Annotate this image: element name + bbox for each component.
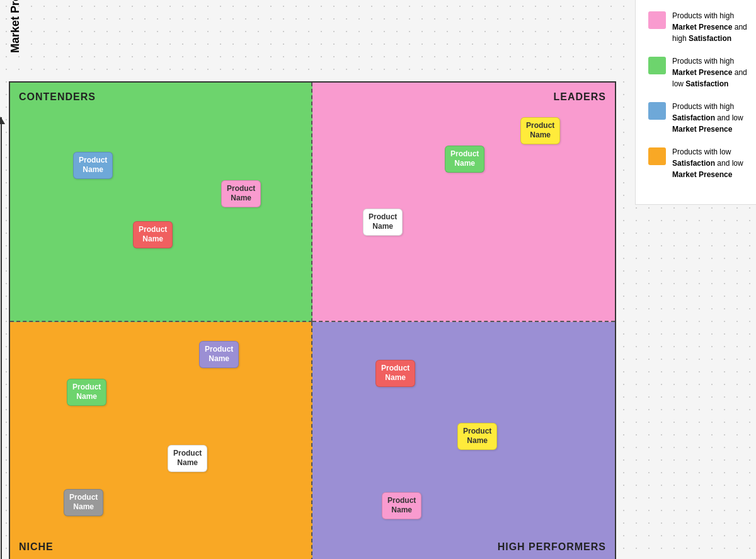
product-tag-p10[interactable]: ProductName (64, 489, 103, 516)
legend: LEGEND: Products with high Market Presen… (635, 0, 756, 205)
product-tag-p8[interactable]: ProductName (67, 379, 106, 406)
quadrant-niche: NICHE ProductName ProductName ProductNam… (10, 322, 312, 559)
product-tag-p2[interactable]: ProductName (133, 221, 173, 248)
legend-color-blue (648, 102, 666, 120)
y-axis-wrapper (0, 117, 9, 559)
legend-text-1: Products with high Market Presence and h… (672, 10, 748, 44)
contenders-label: CONTENDERS (19, 91, 96, 103)
legend-item-3: Products with high Satisfaction and low … (648, 101, 748, 135)
legend-color-green (648, 57, 666, 74)
legend-item-2: Products with high Market Presence and l… (648, 55, 748, 89)
y-axis-arrow (0, 117, 6, 559)
product-tag-p1[interactable]: ProductName (73, 152, 113, 179)
chart-container: Market Presence CONTENDERS ProductName P… (0, 0, 756, 559)
chart-column: Market Presence CONTENDERS ProductName P… (9, 0, 616, 559)
niche-label: NICHE (19, 541, 54, 553)
chart-area: Market Presence CONTENDERS ProductName P… (0, 0, 616, 559)
legend-text-3: Products with high Satisfaction and low … (672, 101, 748, 135)
leaders-label: LEADERS (554, 91, 606, 103)
legend-text-4: Products with low Satisfaction and low M… (672, 146, 748, 180)
product-tag-p6[interactable]: ProductName (520, 117, 560, 144)
y-axis-label-wrap: Market Presence (9, 0, 22, 79)
legend-item-4: Products with low Satisfaction and low M… (648, 146, 748, 180)
product-tag-p13[interactable]: ProductName (382, 492, 421, 519)
highperformers-label: HIGH PERFORMERS (498, 541, 606, 553)
product-tag-p11[interactable]: ProductName (375, 360, 415, 387)
legend-color-pink (648, 11, 666, 29)
legend-text-2: Products with high Market Presence and l… (672, 55, 748, 89)
product-tag-p5[interactable]: ProductName (445, 146, 484, 173)
quadrant-highperformers: HIGH PERFORMERS ProductName ProductName … (312, 322, 615, 559)
product-tag-p12[interactable]: ProductName (457, 423, 497, 450)
chart-with-xaxis: CONTENDERS ProductName ProductName Produ… (9, 81, 616, 559)
quadrant-contenders: CONTENDERS ProductName ProductName Produ… (10, 83, 312, 322)
product-tag-p3[interactable]: ProductName (221, 180, 261, 207)
product-tag-p7[interactable]: ProductName (199, 341, 239, 368)
legend-color-orange (648, 147, 666, 165)
quadrant-leaders: LEADERS ProductName ProductName ProductN… (312, 83, 615, 322)
quadrant-grid: CONTENDERS ProductName ProductName Produ… (9, 81, 616, 559)
y-axis-label: Market Presence (9, 0, 22, 54)
product-tag-p4[interactable]: ProductName (363, 209, 403, 236)
product-tag-p9[interactable]: ProductName (168, 445, 207, 472)
legend-item-1: Products with high Market Presence and h… (648, 10, 748, 44)
